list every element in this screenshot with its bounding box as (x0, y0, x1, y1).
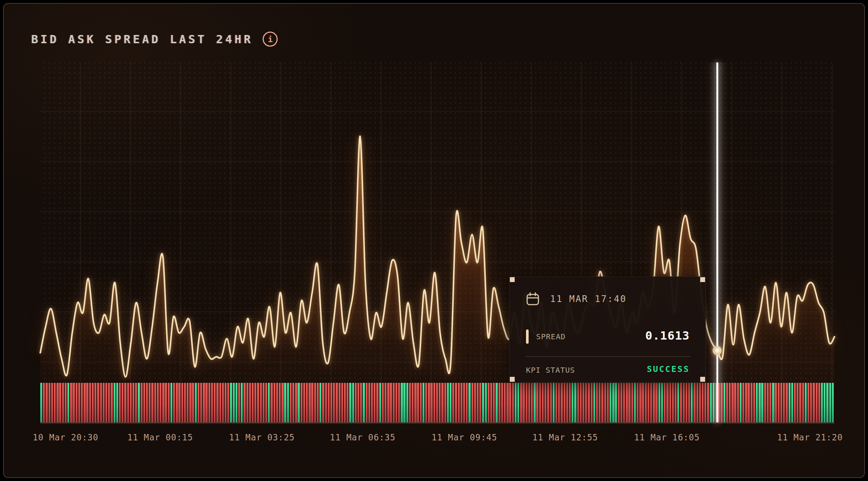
status-bar-success (615, 383, 617, 422)
status-bar-fail (455, 383, 457, 422)
status-bar-success (658, 383, 660, 422)
status-bar-fail (103, 383, 105, 422)
status-bar-fail (655, 383, 657, 422)
status-bar-fail (151, 383, 153, 422)
status-bar-success (195, 383, 197, 422)
status-bar-fail (639, 383, 641, 422)
status-bar-success (379, 383, 381, 422)
status-bar-fail (490, 383, 492, 422)
status-bar-fail (178, 383, 180, 422)
status-bar-fail (807, 383, 809, 422)
status-bar-fail (409, 383, 411, 422)
status-bar-fail (111, 383, 112, 422)
status-bar-success (401, 383, 403, 422)
tooltip-metric-label: SPREAD (536, 332, 565, 341)
status-bar-fail (441, 383, 443, 422)
status-bar-fail (558, 383, 560, 422)
status-bar-fail (246, 383, 248, 422)
status-bar-fail (295, 383, 297, 422)
status-bar-fail (775, 383, 777, 422)
x-axis-tick-label: 10 Mar 20:30 (33, 432, 99, 442)
x-axis-tick-label: 11 Mar 16:05 (634, 432, 700, 442)
status-bar-fail (544, 383, 546, 422)
status-bar-success (772, 383, 774, 422)
status-bar-fail (108, 383, 110, 422)
status-bar-fail (688, 383, 690, 422)
tooltip-handle-top-right[interactable] (700, 277, 705, 282)
status-bar-fail (314, 383, 316, 422)
status-bar-fail (588, 383, 590, 422)
status-bar-fail (374, 383, 375, 422)
status-bar-fail (780, 383, 782, 422)
status-bar-fail (599, 383, 600, 422)
tooltip-metric-row: SPREAD 0.1613 (526, 329, 690, 344)
status-bar-fail (463, 383, 465, 422)
status-bar-fail (222, 383, 224, 422)
status-bar-success (450, 383, 451, 422)
status-bar-fail (271, 383, 272, 422)
status-bar-fail (642, 383, 644, 422)
status-bar-success (482, 383, 484, 422)
status-bar-fail (336, 383, 337, 422)
status-bar-success (40, 383, 42, 422)
status-bar-fail (70, 383, 72, 422)
status-bar-fail (452, 383, 454, 422)
status-bar-success (363, 383, 365, 422)
status-bar-fail (249, 383, 251, 422)
status-bar-fail (292, 383, 294, 422)
status-bar-fail (580, 383, 582, 422)
status-bar-fail (520, 383, 522, 422)
status-bar-success (67, 383, 69, 422)
status-bar-fail (425, 383, 427, 422)
status-bar-fail (509, 383, 511, 422)
tooltip-handle-bottom-left[interactable] (510, 377, 515, 382)
status-bar-success (805, 383, 807, 422)
status-bar-fail (506, 383, 508, 422)
status-bar-success (423, 383, 424, 422)
status-bar-fail (322, 383, 324, 422)
status-bar-fail (675, 383, 676, 422)
x-axis-tick-label: 11 Mar 03:25 (229, 432, 295, 442)
status-bar-success (759, 383, 760, 422)
status-bar-fail (623, 383, 625, 422)
status-bar-fail (767, 383, 769, 422)
status-bar-fail (360, 383, 362, 422)
status-bar-fail (604, 383, 606, 422)
status-bar-fail (748, 383, 749, 422)
status-bar-fail (444, 383, 446, 422)
status-bar-fail (523, 383, 524, 422)
status-bar-fail (347, 383, 348, 422)
status-bar-fail (794, 383, 796, 422)
status-bar-fail (290, 383, 292, 422)
status-bar-fail (398, 383, 400, 422)
tooltip-handle-top-left[interactable] (510, 277, 515, 282)
tooltip-metric-value: 0.1613 (645, 329, 690, 342)
status-bar-fail (311, 383, 313, 422)
status-bar-fail (471, 383, 473, 422)
status-bar-fail (672, 383, 674, 422)
status-bar-success (821, 383, 823, 422)
status-bar-fail (420, 383, 422, 422)
status-bar-fail (176, 383, 178, 422)
status-bar-success (789, 383, 790, 422)
tooltip-handle-bottom-right[interactable] (700, 377, 705, 382)
status-bar-fail (187, 383, 188, 422)
status-bar-fail (799, 383, 801, 422)
status-bar-fail (628, 383, 630, 422)
status-bar-fail (46, 383, 47, 422)
tooltip-timestamp: 11 MAR 17:40 (550, 294, 626, 304)
status-bar-fail (742, 383, 744, 422)
status-bar-success (832, 383, 834, 422)
status-bar-fail (141, 383, 143, 422)
status-bar-fail (325, 383, 327, 422)
status-bar-success (447, 383, 449, 422)
status-bar-fail (173, 383, 175, 422)
status-bar-success (319, 383, 321, 422)
status-bar-fail (479, 383, 481, 422)
status-bar-fail (127, 383, 129, 422)
status-bar-fail (309, 383, 310, 422)
status-bar-fail (585, 383, 587, 422)
status-bar-fail (154, 383, 156, 422)
status-bar-fail (43, 383, 45, 422)
status-bar-success (230, 383, 232, 422)
